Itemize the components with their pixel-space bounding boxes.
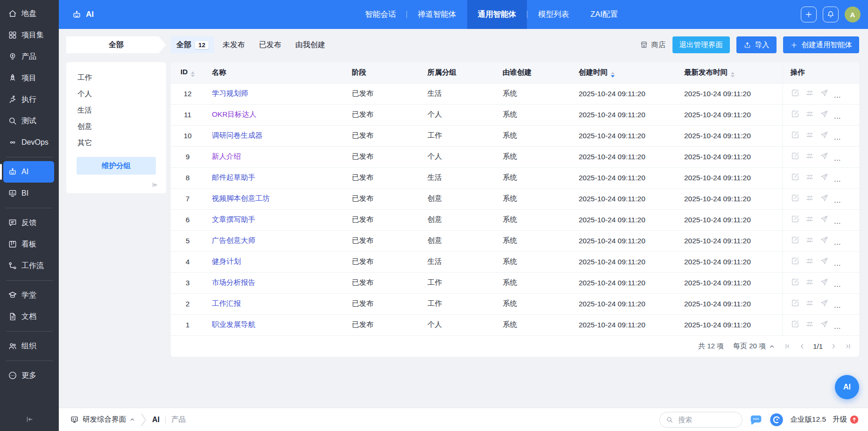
group-item-0[interactable]: 工作 <box>66 70 166 86</box>
sidebar-item-bi[interactable]: BI <box>0 183 59 204</box>
send-icon[interactable] <box>819 151 829 161</box>
sidebar-item-devops[interactable]: DevOps <box>0 132 59 153</box>
sidebar-item-test[interactable]: 测试 <box>0 110 59 132</box>
group-item-1[interactable]: 个人 <box>66 86 166 102</box>
sort-toggle-id[interactable] <box>191 71 195 77</box>
first-page-icon[interactable] <box>784 343 791 350</box>
create-agent-button[interactable]: 创建通用智能体 <box>783 36 860 53</box>
share-icon[interactable] <box>848 214 858 224</box>
maintain-groups-button[interactable]: 维护分组 <box>77 157 156 175</box>
share-icon[interactable] <box>848 193 858 203</box>
edit-icon[interactable] <box>791 235 800 245</box>
agent-name-link[interactable]: 文章撰写助手 <box>212 215 255 223</box>
send-icon[interactable] <box>819 214 829 224</box>
group-item-4[interactable]: 其它 <box>66 135 166 151</box>
filter-collapse-button[interactable] <box>66 181 166 189</box>
share-icon[interactable] <box>848 109 858 119</box>
filter-tab-all[interactable]: 全部12 <box>171 36 214 53</box>
upgrade-link[interactable]: 升级 <box>833 415 859 424</box>
edit-icon[interactable] <box>791 319 800 329</box>
adjust-icon[interactable] <box>805 277 814 287</box>
feedback-bubble-icon[interactable] <box>749 413 763 427</box>
share-icon[interactable] <box>848 172 858 182</box>
exit-admin-button[interactable]: 退出管理界面 <box>672 36 730 53</box>
filter-tab-unpublished[interactable]: 未发布 <box>217 36 251 53</box>
agent-name-link[interactable]: 工作汇报 <box>212 299 241 307</box>
edit-icon[interactable] <box>791 109 800 119</box>
sidebar-item-product[interactable]: 产品 <box>0 46 59 67</box>
edit-icon[interactable] <box>791 130 800 140</box>
store-link[interactable]: 商店 <box>640 40 666 50</box>
top-tab-general-agents[interactable]: 通用智能体 <box>467 0 527 29</box>
edit-icon[interactable] <box>791 151 800 161</box>
share-icon[interactable] <box>848 277 858 287</box>
agent-name-link[interactable]: 邮件起草助手 <box>212 173 255 181</box>
user-avatar[interactable]: A <box>845 7 861 22</box>
edit-icon[interactable] <box>791 256 800 266</box>
zentao-logo[interactable] <box>770 413 784 427</box>
sidebar-collapse-button[interactable] <box>0 410 59 431</box>
import-button[interactable]: 导入 <box>736 36 777 53</box>
filter-tab-published[interactable]: 已发布 <box>253 36 287 53</box>
column-header-created[interactable]: 创建时间 <box>571 62 677 83</box>
agent-name-link[interactable]: 职业发展导航 <box>212 320 255 328</box>
adjust-icon[interactable] <box>805 256 814 266</box>
column-header-published[interactable]: 最新发布时间 <box>677 62 783 83</box>
sort-toggle-published[interactable] <box>731 72 735 78</box>
add-button[interactable] <box>801 7 817 22</box>
send-icon[interactable] <box>819 109 829 119</box>
agent-name-link[interactable]: 视频脚本创意工坊 <box>212 194 270 202</box>
adjust-icon[interactable] <box>805 235 814 245</box>
edit-icon[interactable] <box>791 298 800 308</box>
breadcrumb-sub[interactable]: 产品 <box>171 415 186 424</box>
ai-assistant-fab[interactable]: AI <box>835 375 859 399</box>
agent-name-link[interactable]: 健身计划 <box>212 257 241 265</box>
adjust-icon[interactable] <box>805 214 814 224</box>
share-icon[interactable] <box>848 319 858 329</box>
edit-icon[interactable] <box>791 88 800 98</box>
sort-toggle-created[interactable] <box>611 72 615 78</box>
agent-name-link[interactable]: OKR目标达人 <box>212 110 257 118</box>
edit-icon[interactable] <box>791 172 800 182</box>
send-icon[interactable] <box>819 235 829 245</box>
sidebar-item-doc[interactable]: 文档 <box>0 306 59 327</box>
per-page-selector[interactable]: 每页 20 项 <box>733 342 775 351</box>
send-icon[interactable] <box>819 256 829 266</box>
agent-name-link[interactable]: 广告创意大师 <box>212 236 255 244</box>
sidebar-item-org[interactable]: 组织 <box>0 335 59 357</box>
sidebar-item-kanban[interactable]: 看板 <box>0 233 59 255</box>
edit-icon[interactable] <box>791 193 800 203</box>
send-icon[interactable] <box>819 277 829 287</box>
agent-name-link[interactable]: 市场分析报告 <box>212 278 255 286</box>
filter-tab-created-by-me[interactable]: 由我创建 <box>290 36 331 53</box>
sidebar-item-home[interactable]: 地盘 <box>0 3 59 24</box>
share-icon[interactable] <box>848 256 858 266</box>
group-item-3[interactable]: 创意 <box>66 119 166 135</box>
agent-name-link[interactable]: 调研问卷生成器 <box>212 131 263 139</box>
filter-breadcrumb-all[interactable]: 全部 <box>66 36 166 53</box>
send-icon[interactable] <box>819 319 829 329</box>
adjust-icon[interactable] <box>805 172 814 182</box>
share-icon[interactable] <box>848 298 858 308</box>
prev-page-icon[interactable] <box>798 343 805 350</box>
column-header-id[interactable]: ID <box>171 62 204 83</box>
sidebar-item-feedback[interactable]: 反馈 <box>0 212 59 233</box>
notifications-button[interactable] <box>823 7 839 22</box>
agent-name-link[interactable]: 学习规划师 <box>212 89 248 97</box>
adjust-icon[interactable] <box>805 130 814 140</box>
send-icon[interactable] <box>819 172 829 182</box>
top-tab-models[interactable]: 模型列表 <box>527 0 580 29</box>
adjust-icon[interactable] <box>805 88 814 98</box>
sidebar-item-project[interactable]: 项目 <box>0 67 59 89</box>
last-page-icon[interactable] <box>845 343 852 350</box>
sidebar-item-execution[interactable]: 执行 <box>0 89 59 110</box>
adjust-icon[interactable] <box>805 109 814 119</box>
top-tab-zentao-agents[interactable]: 禅道智能体 <box>407 0 467 29</box>
send-icon[interactable] <box>819 130 829 140</box>
adjust-icon[interactable] <box>805 298 814 308</box>
share-icon[interactable] <box>848 88 858 98</box>
send-icon[interactable] <box>819 298 829 308</box>
top-tab-zai-config[interactable]: ZAI配置 <box>580 0 629 29</box>
breadcrumb-app[interactable]: AI <box>152 416 160 424</box>
agent-name-link[interactable]: 新人介绍 <box>212 152 241 160</box>
